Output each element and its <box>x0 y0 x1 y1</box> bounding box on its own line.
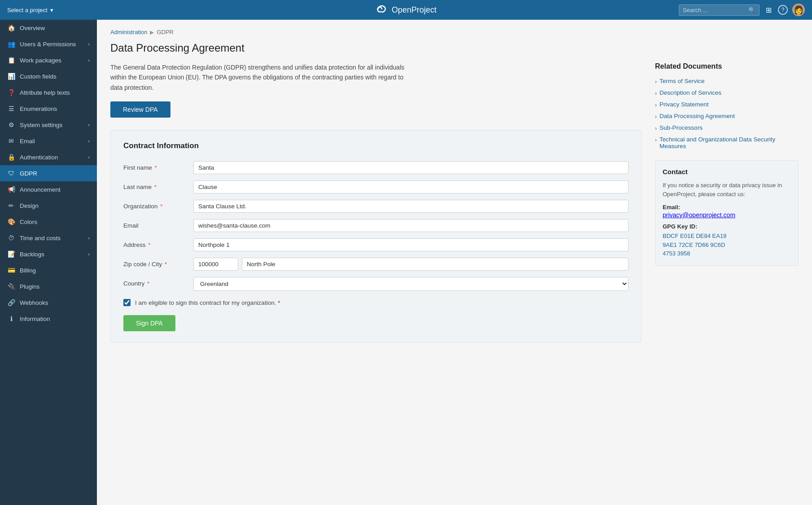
sidebar: 🏠 Overview 👥 Users & Permissions › 📋 Wor… <box>0 20 97 505</box>
logo-icon <box>375 4 388 16</box>
left-column: The General Data Protection Regulation (… <box>110 62 642 343</box>
related-doc-item-4: › Sub-Processors <box>655 124 799 132</box>
sidebar-item-custom-fields[interactable]: 📊 Custom fields <box>0 68 97 84</box>
related-doc-item-3: › Data Processing Agreement <box>655 113 799 120</box>
doc-chevron-5: › <box>655 137 657 143</box>
sidebar-item-plugins[interactable]: 🔌 Plugins <box>0 278 97 294</box>
email-input[interactable] <box>193 219 629 232</box>
address-row: Address * <box>123 238 629 251</box>
sidebar-icon-time-and-costs: ⏱ <box>7 234 15 242</box>
last-name-label: Last name * <box>123 180 186 190</box>
city-input[interactable] <box>242 258 629 271</box>
last-name-input[interactable] <box>193 180 629 193</box>
sidebar-label-authentication: Authentication <box>20 154 83 161</box>
zip-city-inputs <box>193 258 629 271</box>
sidebar-label-plugins: Plugins <box>20 283 90 290</box>
doc-link-0[interactable]: Terms of Service <box>659 78 705 84</box>
project-select[interactable]: Select a project ▾ <box>7 7 53 13</box>
search-box[interactable]: 🔍 <box>679 4 760 16</box>
sidebar-icon-design: ✏ <box>7 202 15 209</box>
contact-text: If you notice a security or data privacy… <box>663 181 791 198</box>
help-icon[interactable]: ? <box>778 5 788 15</box>
sidebar-chevron-work-packages: › <box>88 57 90 63</box>
logo-text: OpenProject <box>392 5 437 15</box>
sidebar-icon-billing: 💳 <box>7 267 15 274</box>
sidebar-label-billing: Billing <box>20 267 90 274</box>
organization-input[interactable] <box>193 200 629 213</box>
sidebar-chevron-authentication: › <box>88 154 90 160</box>
sign-dpa-button[interactable]: Sign DPA <box>123 315 175 331</box>
sidebar-label-webhooks: Webhooks <box>20 299 90 306</box>
sidebar-icon-custom-fields: 📊 <box>7 73 15 80</box>
sidebar-item-design[interactable]: ✏ Design <box>0 198 97 214</box>
zip-city-row: Zip code / City * <box>123 258 629 271</box>
sidebar-item-webhooks[interactable]: 🔗 Webhooks <box>0 294 97 311</box>
first-name-input[interactable] <box>193 161 629 174</box>
avatar[interactable]: 👩 <box>792 4 805 16</box>
sidebar-item-system-settings[interactable]: ⚙ System settings › <box>0 117 97 133</box>
doc-link-4[interactable]: Sub-Processors <box>659 124 703 131</box>
sidebar-icon-plugins: 🔌 <box>7 283 15 290</box>
app-layout: 🏠 Overview 👥 Users & Permissions › 📋 Wor… <box>0 0 812 505</box>
organization-row: Organization * <box>123 200 629 213</box>
breadcrumb-admin[interactable]: Administration <box>110 29 147 35</box>
sidebar-item-enumerations[interactable]: ☰ Enumerations <box>0 101 97 117</box>
sidebar-label-information: Information <box>20 316 90 322</box>
contact-email-link[interactable]: privacy@openproject.com <box>663 211 735 219</box>
doc-link-2[interactable]: Privacy Statement <box>659 101 709 108</box>
sidebar-item-work-packages[interactable]: 📋 Work packages › <box>0 52 97 68</box>
country-select[interactable]: Greenland Germany France United States U… <box>193 277 629 291</box>
related-doc-item-0: › Terms of Service <box>655 78 799 85</box>
content-grid: The General Data Protection Regulation (… <box>110 62 799 343</box>
sidebar-item-overview[interactable]: 🏠 Overview <box>0 20 97 36</box>
related-docs-title: Related Documents <box>655 62 799 70</box>
eligible-checkbox[interactable] <box>123 299 131 306</box>
page-title: Data Processing Agreement <box>110 42 799 54</box>
sidebar-item-time-and-costs[interactable]: ⏱ Time and costs › <box>0 230 97 246</box>
search-input[interactable] <box>683 7 746 13</box>
sidebar-chevron-backlogs: › <box>88 251 90 257</box>
doc-chevron-1: › <box>655 90 657 97</box>
description-text: The General Data Protection Regulation (… <box>110 62 415 92</box>
project-select-chevron: ▾ <box>50 7 53 13</box>
sidebar-icon-users-permissions: 👥 <box>7 40 15 48</box>
main-content: Administration ▶ GDPR Data Processing Ag… <box>97 20 812 505</box>
email-label: Email <box>123 219 186 229</box>
sidebar-item-announcement[interactable]: 📢 Announcement <box>0 181 97 198</box>
sidebar-label-time-and-costs: Time and costs <box>20 235 83 242</box>
sidebar-icon-work-packages: 📋 <box>7 57 15 64</box>
sidebar-item-billing[interactable]: 💳 Billing <box>0 262 97 278</box>
contract-section: Contract Information First name * Last n… <box>110 130 642 343</box>
sidebar-label-backlogs: Backlogs <box>20 251 83 258</box>
sidebar-item-email[interactable]: ✉ Email › <box>0 133 97 149</box>
sidebar-icon-backlogs: 📝 <box>7 250 15 258</box>
review-dpa-button[interactable]: Review DPA <box>110 101 170 118</box>
sidebar-item-colors[interactable]: 🎨 Colors <box>0 214 97 230</box>
related-doc-item-2: › Privacy Statement <box>655 101 799 108</box>
sidebar-label-users-permissions: Users & Permissions <box>20 41 83 48</box>
doc-link-5[interactable]: Technical and Organizational Data Securi… <box>659 136 799 149</box>
sidebar-item-information[interactable]: ℹ Information <box>0 311 97 327</box>
related-doc-item-5: › Technical and Organizational Data Secu… <box>655 136 799 149</box>
sidebar-label-colors: Colors <box>20 219 90 225</box>
zip-input[interactable] <box>193 258 238 271</box>
sidebar-item-gdpr[interactable]: 🛡 GDPR <box>0 165 97 181</box>
sidebar-item-users-permissions[interactable]: 👥 Users & Permissions › <box>0 36 97 52</box>
breadcrumb: Administration ▶ GDPR <box>110 29 799 35</box>
breadcrumb-current: GDPR <box>157 29 174 35</box>
doc-link-1[interactable]: Description of Services <box>659 89 721 96</box>
sidebar-item-authentication[interactable]: 🔒 Authentication › <box>0 149 97 165</box>
sidebar-item-attribute-help-texts[interactable]: ❓ Attribute help texts <box>0 84 97 101</box>
breadcrumb-separator: ▶ <box>150 29 154 35</box>
zip-city-label: Zip code / City * <box>123 258 186 268</box>
organization-label: Organization * <box>123 200 186 210</box>
sidebar-label-email: Email <box>20 138 83 145</box>
grid-icon[interactable]: ⊞ <box>764 4 773 16</box>
address-input[interactable] <box>193 238 629 251</box>
sidebar-label-gdpr: GDPR <box>20 170 90 177</box>
doc-link-3[interactable]: Data Processing Agreement <box>659 113 735 119</box>
sidebar-icon-authentication: 🔒 <box>7 154 15 161</box>
doc-chevron-4: › <box>655 125 657 132</box>
sidebar-item-backlogs[interactable]: 📝 Backlogs › <box>0 246 97 262</box>
country-label: Country * <box>123 277 186 287</box>
